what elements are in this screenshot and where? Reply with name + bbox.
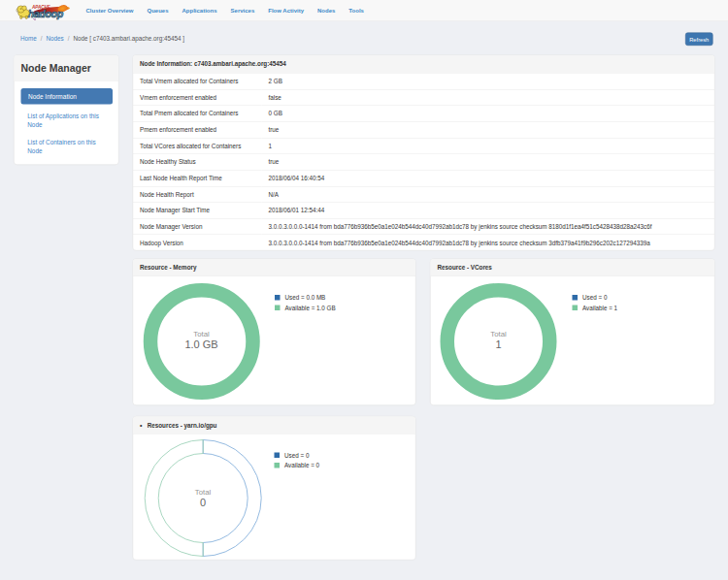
- svg-text:hadoop: hadoop: [28, 8, 64, 19]
